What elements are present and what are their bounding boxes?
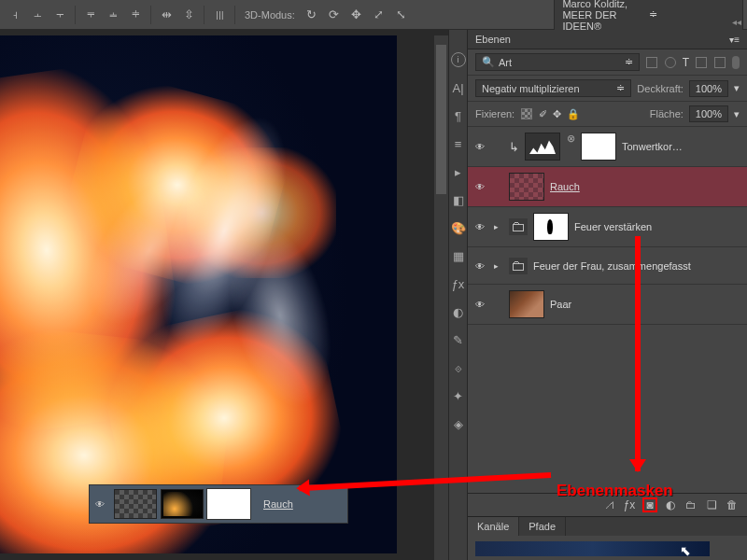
- fill-input[interactable]: 100%: [689, 105, 728, 122]
- chevron-down-icon[interactable]: ▾: [734, 108, 740, 120]
- layer-thumbnail: [114, 489, 157, 519]
- align-center-h-icon[interactable]: ⫠: [27, 5, 48, 25]
- align-top-icon[interactable]: ⫧: [80, 5, 101, 25]
- layer-mask-thumbnail[interactable]: [533, 213, 569, 241]
- visibility-toggle[interactable]: [475, 299, 488, 310]
- filter-adjust-icon[interactable]: [665, 57, 676, 68]
- align-center-v-icon[interactable]: ⫨: [103, 5, 123, 25]
- new-adjustment-icon[interactable]: ◐: [663, 497, 678, 512]
- delete-layer-icon[interactable]: 🗑: [725, 497, 740, 512]
- distribute-v-icon[interactable]: ⇳: [178, 5, 199, 25]
- channels-panel[interactable]: ⬉: [468, 536, 747, 560]
- layers-panel-footer: ⩘ ƒx ◙ ◐ 🗀 ❏ 🗑: [468, 493, 747, 516]
- filter-smart-icon[interactable]: [714, 57, 726, 68]
- cursor-icon: ⬉: [680, 543, 691, 558]
- channels-tab[interactable]: Kanäle: [468, 517, 519, 536]
- collapse-icon[interactable]: ◂◂: [732, 17, 741, 27]
- bottom-panel-tabs: Kanäle Pfade: [468, 516, 747, 536]
- panel-icon[interactable]: ◧: [451, 192, 466, 207]
- visibility-toggle[interactable]: [475, 181, 488, 192]
- paragraph-panel-icon[interactable]: ¶: [451, 108, 466, 123]
- layer-row[interactable]: ↳ ⊗ Tonwertkor…: [468, 127, 747, 167]
- adjustment-thumbnail[interactable]: [525, 133, 560, 161]
- panel-group: ◂◂ Ebenen ▾≡ 🔍 Art ≑ T Negativ multipliz…: [467, 30, 747, 560]
- expand-toggle[interactable]: ▸: [494, 261, 503, 271]
- adjustments-panel-icon[interactable]: ◐: [451, 304, 466, 319]
- layer-thumbnail[interactable]: [509, 290, 544, 318]
- filter-pixel-icon[interactable]: [646, 57, 657, 68]
- 3d-roll-icon[interactable]: ⟳: [324, 5, 345, 25]
- panel-icon[interactable]: ◈: [451, 416, 466, 431]
- layer-row[interactable]: ▸ 🗀 Feuer verstärken: [468, 207, 747, 247]
- fx-panel-icon[interactable]: ƒx: [451, 276, 466, 291]
- annotation-arrow-down: [635, 236, 641, 471]
- opacity-label: Deckkraft:: [637, 83, 684, 94]
- filter-toggle[interactable]: [732, 56, 740, 69]
- clip-indicator-icon: ↳: [509, 140, 519, 154]
- align-bottom-icon[interactable]: ⫩: [125, 5, 146, 25]
- panel-icon[interactable]: ✦: [451, 388, 466, 403]
- distribute-spacing-icon[interactable]: ⫼: [209, 5, 230, 25]
- align-left-icon[interactable]: ⫞: [5, 5, 25, 25]
- folder-icon: 🗀: [509, 218, 528, 235]
- new-group-icon[interactable]: 🗀: [684, 497, 698, 512]
- color-panel-icon[interactable]: 🎨: [451, 220, 466, 235]
- add-layer-mask-icon[interactable]: ◙: [642, 497, 657, 512]
- panel-icon[interactable]: ▸: [451, 164, 466, 179]
- layer-row[interactable]: ▸ 🗀 Feuer der Frau, zusammengefasst: [468, 247, 747, 285]
- layers-panel-tab[interactable]: ◂◂ Ebenen ▾≡: [468, 30, 747, 49]
- mask-link-icon[interactable]: ⊗: [566, 133, 575, 161]
- swatches-panel-icon[interactable]: ▦: [451, 248, 466, 263]
- styles-panel-icon[interactable]: ≡: [451, 136, 466, 151]
- expand-toggle[interactable]: ▸: [494, 222, 503, 231]
- layer-fx-icon[interactable]: ƒx: [622, 497, 637, 512]
- blend-mode-dropdown[interactable]: Negativ multiplizieren ≑: [475, 79, 631, 97]
- paths-tab[interactable]: Pfade: [519, 517, 566, 536]
- canvas[interactable]: [0, 35, 397, 553]
- lock-label: Fixieren:: [475, 108, 514, 119]
- layer-name[interactable]: Feuer verstärken: [574, 221, 652, 232]
- 3d-orbit-icon[interactable]: ↻: [302, 5, 322, 25]
- opacity-input[interactable]: 100%: [689, 80, 728, 97]
- chevron-updown-icon: ≑: [609, 82, 625, 94]
- lock-position-icon[interactable]: ✥: [553, 108, 561, 120]
- layer-name[interactable]: Feuer der Frau, zusammengefasst: [533, 260, 691, 272]
- layer-name[interactable]: Tonwertkor…: [622, 141, 683, 152]
- panel-menu-icon[interactable]: ▾≡: [729, 35, 740, 45]
- layer-mask-thumbnail[interactable]: [581, 133, 616, 161]
- blend-mode-value: Negativ multiplizieren: [482, 83, 580, 94]
- 3d-pan-icon[interactable]: ✥: [346, 5, 367, 25]
- character-panel-icon[interactable]: A|: [451, 80, 466, 95]
- visibility-toggle[interactable]: [475, 141, 488, 152]
- panel-title: Ebenen: [475, 34, 511, 45]
- visibility-toggle[interactable]: [475, 260, 488, 272]
- link-layers-icon[interactable]: ⩘: [601, 497, 616, 512]
- lock-all-icon[interactable]: 🔒: [567, 108, 580, 120]
- lock-pixels-icon[interactable]: ✐: [539, 108, 547, 120]
- mode-3d-label: 3D-Modus:: [245, 9, 295, 21]
- chevron-down-icon[interactable]: ▾: [734, 82, 740, 94]
- layer-thumbnail[interactable]: [509, 173, 544, 201]
- layer-list: ↳ ⊗ Tonwertkor… Rauch ▸ 🗀 Feuer verstärk…: [468, 127, 747, 493]
- filter-type-icon[interactable]: T: [683, 56, 689, 69]
- layer-name[interactable]: Paar: [550, 299, 571, 310]
- panel-icon[interactable]: ⟐: [451, 360, 466, 375]
- lock-transparency-icon[interactable]: [521, 108, 532, 119]
- layer-row-selected[interactable]: Rauch: [468, 167, 747, 207]
- distribute-h-icon[interactable]: ⇹: [156, 5, 176, 25]
- layer-name: Rauch: [263, 498, 293, 510]
- align-right-icon[interactable]: ⫟: [49, 5, 70, 25]
- layer-row[interactable]: Paar: [468, 285, 747, 325]
- layer-mask-thumbnail: [207, 489, 250, 519]
- folder-icon: 🗀: [509, 258, 528, 274]
- layer-filter-dropdown[interactable]: 🔍 Art ≑: [475, 53, 640, 71]
- filter-shape-icon[interactable]: [696, 57, 707, 68]
- 3d-slide-icon[interactable]: ⤢: [369, 5, 389, 25]
- visibility-toggle[interactable]: [475, 221, 488, 232]
- new-layer-icon[interactable]: ❏: [704, 497, 719, 512]
- 3d-scale-icon[interactable]: ⤡: [391, 5, 412, 25]
- info-panel-icon[interactable]: i: [451, 52, 466, 67]
- workspace-name: Marco Kolditz, MEER DER IDEEN®: [562, 0, 648, 32]
- brush-panel-icon[interactable]: ✎: [451, 332, 466, 347]
- layer-name[interactable]: Rauch: [550, 181, 580, 192]
